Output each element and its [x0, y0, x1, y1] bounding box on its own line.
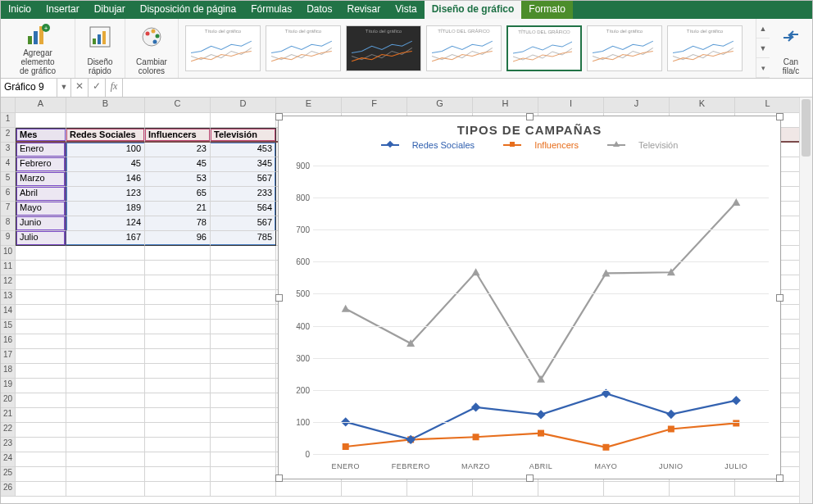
cell[interactable]	[473, 482, 538, 497]
col-header[interactable]: H	[473, 98, 538, 112]
cell[interactable]	[538, 482, 604, 497]
cell[interactable]	[670, 482, 735, 497]
cell[interactable]	[66, 423, 145, 438]
col-header[interactable]: L	[735, 98, 801, 112]
cell[interactable]: 567	[211, 216, 276, 231]
col-header[interactable]: C	[145, 98, 211, 112]
resize-handle[interactable]	[275, 474, 283, 482]
cell[interactable]	[211, 482, 276, 497]
resize-handle[interactable]	[275, 294, 283, 302]
tab-inicio[interactable]: Inicio	[1, 1, 39, 19]
chart-style-thumb[interactable]: Título del gráfico	[185, 25, 261, 71]
cell[interactable]: Febrero	[16, 157, 66, 172]
gallery-scroll[interactable]: ▲ ▼ ▾	[756, 19, 770, 78]
legend-item[interactable]: Redes Sociales	[412, 140, 475, 150]
cell[interactable]	[66, 334, 145, 349]
cell[interactable]	[145, 305, 211, 320]
cell[interactable]: 785	[211, 231, 276, 246]
cell[interactable]	[66, 246, 145, 261]
cell[interactable]	[211, 423, 276, 438]
cell[interactable]	[16, 349, 66, 364]
cell[interactable]	[16, 364, 66, 379]
cell[interactable]: Enero	[16, 143, 66, 157]
col-header[interactable]: E	[276, 98, 342, 112]
cell[interactable]	[211, 364, 276, 379]
fx-icon[interactable]: fx	[106, 79, 123, 97]
gallery-up-icon[interactable]: ▲	[756, 19, 770, 39]
cell[interactable]	[211, 408, 276, 423]
chart-style-thumb[interactable]: Título del gráfico	[667, 25, 743, 71]
cell[interactable]	[66, 379, 145, 393]
cell[interactable]	[16, 320, 66, 334]
cell[interactable]	[145, 408, 211, 423]
cell[interactable]	[145, 113, 211, 128]
resize-handle[interactable]	[275, 113, 283, 120]
cell[interactable]: 146	[66, 172, 145, 187]
cell[interactable]	[66, 290, 145, 305]
cell[interactable]	[145, 349, 211, 364]
cell[interactable]	[211, 275, 276, 290]
cell[interactable]: Mayo	[16, 202, 66, 216]
cell[interactable]: 453	[211, 143, 276, 157]
cell[interactable]	[16, 408, 66, 423]
cell[interactable]	[145, 482, 211, 497]
col-header[interactable]: D	[211, 98, 276, 112]
cell[interactable]	[66, 320, 145, 334]
cell[interactable]	[211, 334, 276, 349]
cell[interactable]	[16, 290, 66, 305]
cell[interactable]: 45	[66, 157, 145, 172]
cell[interactable]: 53	[145, 172, 211, 187]
tab-datos[interactable]: Datos	[299, 1, 339, 19]
cell[interactable]: Mes	[16, 128, 66, 143]
cell[interactable]	[145, 290, 211, 305]
chart-style-thumb[interactable]: TÍTULO DEL GRÁFICO	[506, 25, 582, 71]
cell[interactable]	[16, 113, 66, 128]
chart-style-thumb[interactable]: Título del gráfico	[587, 25, 662, 71]
cell[interactable]	[211, 320, 276, 334]
chart-object[interactable]: TIPOS DE CAMPAÑAS Redes Sociales Influen…	[278, 116, 781, 479]
cell[interactable]	[407, 482, 473, 497]
switch-row-col-button[interactable]: Can fila/c	[770, 19, 812, 78]
tab-diseño-de-gráfico[interactable]: Diseño de gráfico	[425, 1, 522, 19]
cell[interactable]	[211, 261, 276, 275]
chart-legend[interactable]: Redes Sociales Influencers Televisión	[279, 140, 780, 153]
resize-handle[interactable]	[526, 113, 534, 120]
cell[interactable]: 124	[66, 216, 145, 231]
cell[interactable]	[145, 379, 211, 393]
cell[interactable]	[145, 467, 211, 482]
plot-area[interactable]: 0100200300400500600700800900ENEROFEBRERO…	[313, 166, 769, 454]
cell[interactable]: 78	[145, 216, 211, 231]
cell[interactable]: 345	[211, 157, 276, 172]
chart-styles-gallery[interactable]: Título del gráficoTítulo del gráficoTítu…	[179, 19, 756, 78]
cell[interactable]	[211, 113, 276, 128]
resize-handle[interactable]	[776, 474, 783, 482]
tab-revisar[interactable]: Revisar	[340, 1, 388, 19]
name-box-dropdown-icon[interactable]: ▼	[57, 79, 71, 97]
cell[interactable]	[16, 261, 66, 275]
cell[interactable]	[16, 482, 66, 497]
cell[interactable]	[16, 379, 66, 393]
cell[interactable]: Influencers	[145, 128, 211, 143]
scroll-thumb[interactable]	[802, 99, 811, 157]
tab-insertar[interactable]: Insertar	[39, 1, 87, 19]
cell[interactable]	[66, 261, 145, 275]
cell[interactable]	[66, 113, 145, 128]
cell[interactable]	[16, 334, 66, 349]
legend-item[interactable]: Televisión	[638, 140, 678, 150]
cell[interactable]	[211, 349, 276, 364]
cell[interactable]: 21	[145, 202, 211, 216]
cell[interactable]	[211, 393, 276, 408]
cell[interactable]	[145, 275, 211, 290]
cell[interactable]: 167	[66, 231, 145, 246]
cell[interactable]	[16, 423, 66, 438]
cell[interactable]	[66, 467, 145, 482]
chart-style-thumb[interactable]: Título del gráfico	[266, 25, 341, 71]
cell[interactable]: 189	[66, 202, 145, 216]
cell[interactable]	[145, 393, 211, 408]
cell[interactable]: 123	[66, 187, 145, 202]
cell[interactable]: 233	[211, 187, 276, 202]
cell[interactable]: 96	[145, 231, 211, 246]
gallery-down-icon[interactable]: ▼	[756, 39, 770, 58]
cell[interactable]	[211, 305, 276, 320]
cell[interactable]	[145, 364, 211, 379]
